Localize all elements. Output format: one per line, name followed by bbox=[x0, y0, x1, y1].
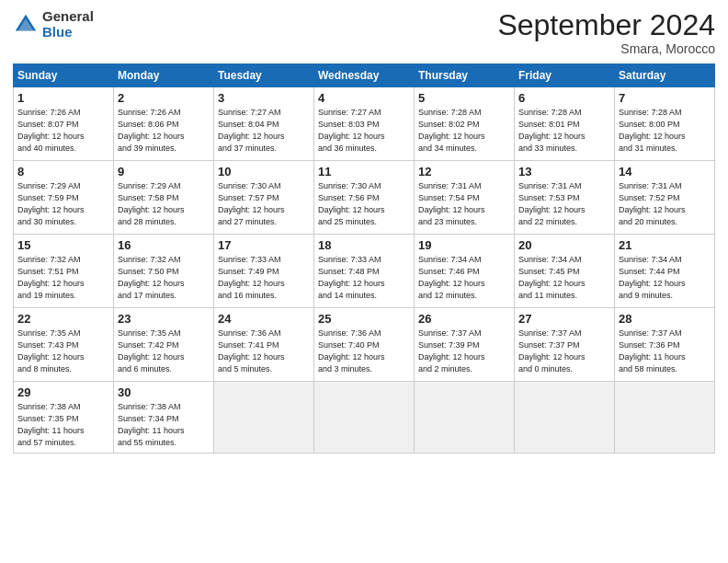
calendar-cell: 9Sunrise: 7:29 AM Sunset: 7:58 PM Daylig… bbox=[114, 161, 214, 235]
day-number: 28 bbox=[619, 312, 711, 326]
calendar-cell: 12Sunrise: 7:31 AM Sunset: 7:54 PM Dayli… bbox=[415, 161, 515, 235]
calendar-cell: 17Sunrise: 7:33 AM Sunset: 7:49 PM Dayli… bbox=[214, 235, 314, 308]
calendar-cell: 16Sunrise: 7:32 AM Sunset: 7:50 PM Dayli… bbox=[114, 235, 214, 308]
day-detail: Sunrise: 7:30 AM Sunset: 7:56 PM Dayligh… bbox=[318, 180, 410, 228]
calendar-cell bbox=[214, 382, 314, 454]
calendar-cell: 6Sunrise: 7:28 AM Sunset: 8:01 PM Daylig… bbox=[515, 87, 615, 161]
logo: General Blue bbox=[13, 9, 94, 40]
day-number: 1 bbox=[17, 91, 109, 105]
calendar-cell bbox=[314, 382, 415, 454]
calendar-cell: 13Sunrise: 7:31 AM Sunset: 7:53 PM Dayli… bbox=[515, 161, 615, 235]
calendar-week-row: 15Sunrise: 7:32 AM Sunset: 7:51 PM Dayli… bbox=[14, 235, 715, 308]
calendar-cell bbox=[415, 382, 515, 454]
day-number: 23 bbox=[118, 312, 210, 326]
day-detail: Sunrise: 7:36 AM Sunset: 7:41 PM Dayligh… bbox=[218, 327, 310, 375]
day-number: 21 bbox=[619, 238, 711, 252]
day-number: 22 bbox=[17, 312, 109, 326]
weekday-header: Friday bbox=[515, 64, 615, 87]
logo-text: General Blue bbox=[42, 9, 94, 40]
calendar-cell: 30Sunrise: 7:38 AM Sunset: 7:34 PM Dayli… bbox=[114, 382, 214, 454]
calendar-container: General Blue September 2024 Smara, Moroc… bbox=[0, 0, 728, 563]
weekday-header: Monday bbox=[114, 64, 214, 87]
day-detail: Sunrise: 7:27 AM Sunset: 8:04 PM Dayligh… bbox=[218, 107, 310, 155]
weekday-header: Thursday bbox=[415, 64, 515, 87]
day-number: 12 bbox=[418, 165, 510, 178]
calendar-cell: 21Sunrise: 7:34 AM Sunset: 7:44 PM Dayli… bbox=[615, 235, 715, 308]
day-detail: Sunrise: 7:28 AM Sunset: 8:01 PM Dayligh… bbox=[518, 107, 610, 155]
title-block: September 2024 Smara, Morocco bbox=[497, 9, 715, 56]
day-number: 27 bbox=[518, 312, 610, 326]
calendar-week-row: 8Sunrise: 7:29 AM Sunset: 7:59 PM Daylig… bbox=[14, 161, 715, 235]
calendar-body: 1Sunrise: 7:26 AM Sunset: 8:07 PM Daylig… bbox=[14, 87, 715, 454]
day-detail: Sunrise: 7:33 AM Sunset: 7:49 PM Dayligh… bbox=[218, 254, 310, 302]
calendar-cell: 14Sunrise: 7:31 AM Sunset: 7:52 PM Dayli… bbox=[615, 161, 715, 235]
day-detail: Sunrise: 7:35 AM Sunset: 7:42 PM Dayligh… bbox=[118, 327, 210, 375]
calendar-cell: 3Sunrise: 7:27 AM Sunset: 8:04 PM Daylig… bbox=[214, 87, 314, 161]
day-number: 20 bbox=[518, 238, 610, 252]
calendar-cell: 18Sunrise: 7:33 AM Sunset: 7:48 PM Dayli… bbox=[314, 235, 415, 308]
day-detail: Sunrise: 7:38 AM Sunset: 7:34 PM Dayligh… bbox=[118, 401, 210, 449]
calendar-week-row: 1Sunrise: 7:26 AM Sunset: 8:07 PM Daylig… bbox=[14, 87, 715, 161]
day-number: 11 bbox=[318, 165, 410, 178]
day-detail: Sunrise: 7:37 AM Sunset: 7:37 PM Dayligh… bbox=[518, 327, 610, 375]
day-detail: Sunrise: 7:31 AM Sunset: 7:54 PM Dayligh… bbox=[418, 180, 510, 228]
day-detail: Sunrise: 7:33 AM Sunset: 7:48 PM Dayligh… bbox=[318, 254, 410, 302]
day-number: 13 bbox=[518, 165, 610, 178]
weekday-header: Wednesday bbox=[314, 64, 415, 87]
calendar-week-row: 22Sunrise: 7:35 AM Sunset: 7:43 PM Dayli… bbox=[14, 308, 715, 382]
day-detail: Sunrise: 7:27 AM Sunset: 8:03 PM Dayligh… bbox=[318, 107, 410, 155]
day-detail: Sunrise: 7:35 AM Sunset: 7:43 PM Dayligh… bbox=[17, 327, 109, 375]
calendar-cell: 27Sunrise: 7:37 AM Sunset: 7:37 PM Dayli… bbox=[515, 308, 615, 382]
day-number: 14 bbox=[619, 165, 711, 178]
calendar-cell bbox=[615, 382, 715, 454]
day-number: 3 bbox=[218, 91, 310, 105]
calendar-cell: 29Sunrise: 7:38 AM Sunset: 7:35 PM Dayli… bbox=[14, 382, 114, 454]
day-number: 2 bbox=[118, 91, 210, 105]
calendar-cell: 7Sunrise: 7:28 AM Sunset: 8:00 PM Daylig… bbox=[615, 87, 715, 161]
calendar-cell: 23Sunrise: 7:35 AM Sunset: 7:42 PM Dayli… bbox=[114, 308, 214, 382]
day-detail: Sunrise: 7:30 AM Sunset: 7:57 PM Dayligh… bbox=[218, 180, 310, 228]
day-detail: Sunrise: 7:26 AM Sunset: 8:07 PM Dayligh… bbox=[17, 107, 109, 155]
logo-blue: Blue bbox=[42, 25, 94, 40]
calendar-cell: 19Sunrise: 7:34 AM Sunset: 7:46 PM Dayli… bbox=[415, 235, 515, 308]
calendar-cell: 15Sunrise: 7:32 AM Sunset: 7:51 PM Dayli… bbox=[14, 235, 114, 308]
calendar-table: SundayMondayTuesdayWednesdayThursdayFrid… bbox=[13, 63, 715, 454]
weekday-header: Sunday bbox=[14, 64, 114, 87]
day-number: 29 bbox=[17, 385, 109, 399]
logo-icon bbox=[13, 12, 39, 38]
day-number: 17 bbox=[218, 238, 310, 252]
day-number: 8 bbox=[17, 165, 109, 178]
month-title: September 2024 bbox=[497, 9, 715, 41]
day-detail: Sunrise: 7:29 AM Sunset: 7:58 PM Dayligh… bbox=[118, 180, 210, 228]
day-detail: Sunrise: 7:31 AM Sunset: 7:52 PM Dayligh… bbox=[619, 180, 711, 228]
day-number: 6 bbox=[518, 91, 610, 105]
day-detail: Sunrise: 7:28 AM Sunset: 8:00 PM Dayligh… bbox=[619, 107, 711, 155]
day-detail: Sunrise: 7:36 AM Sunset: 7:40 PM Dayligh… bbox=[318, 327, 410, 375]
calendar-cell: 8Sunrise: 7:29 AM Sunset: 7:59 PM Daylig… bbox=[14, 161, 114, 235]
day-detail: Sunrise: 7:38 AM Sunset: 7:35 PM Dayligh… bbox=[17, 401, 109, 449]
day-number: 24 bbox=[218, 312, 310, 326]
day-detail: Sunrise: 7:28 AM Sunset: 8:02 PM Dayligh… bbox=[418, 107, 510, 155]
day-number: 25 bbox=[318, 312, 410, 326]
calendar-cell: 20Sunrise: 7:34 AM Sunset: 7:45 PM Dayli… bbox=[515, 235, 615, 308]
day-number: 19 bbox=[418, 238, 510, 252]
day-detail: Sunrise: 7:31 AM Sunset: 7:53 PM Dayligh… bbox=[518, 180, 610, 228]
calendar-cell: 10Sunrise: 7:30 AM Sunset: 7:57 PM Dayli… bbox=[214, 161, 314, 235]
calendar-cell: 22Sunrise: 7:35 AM Sunset: 7:43 PM Dayli… bbox=[14, 308, 114, 382]
day-number: 10 bbox=[218, 165, 310, 178]
calendar-cell: 28Sunrise: 7:37 AM Sunset: 7:36 PM Dayli… bbox=[615, 308, 715, 382]
day-number: 18 bbox=[318, 238, 410, 252]
day-detail: Sunrise: 7:34 AM Sunset: 7:44 PM Dayligh… bbox=[619, 254, 711, 302]
calendar-header-row: SundayMondayTuesdayWednesdayThursdayFrid… bbox=[14, 64, 715, 87]
weekday-header: Tuesday bbox=[214, 64, 314, 87]
day-detail: Sunrise: 7:34 AM Sunset: 7:45 PM Dayligh… bbox=[518, 254, 610, 302]
day-number: 30 bbox=[118, 385, 210, 399]
calendar-cell: 24Sunrise: 7:36 AM Sunset: 7:41 PM Dayli… bbox=[214, 308, 314, 382]
day-number: 9 bbox=[118, 165, 210, 178]
day-number: 7 bbox=[619, 91, 711, 105]
calendar-cell: 5Sunrise: 7:28 AM Sunset: 8:02 PM Daylig… bbox=[415, 87, 515, 161]
day-detail: Sunrise: 7:32 AM Sunset: 7:50 PM Dayligh… bbox=[118, 254, 210, 302]
location: Smara, Morocco bbox=[497, 41, 715, 56]
day-number: 26 bbox=[418, 312, 510, 326]
day-number: 5 bbox=[418, 91, 510, 105]
